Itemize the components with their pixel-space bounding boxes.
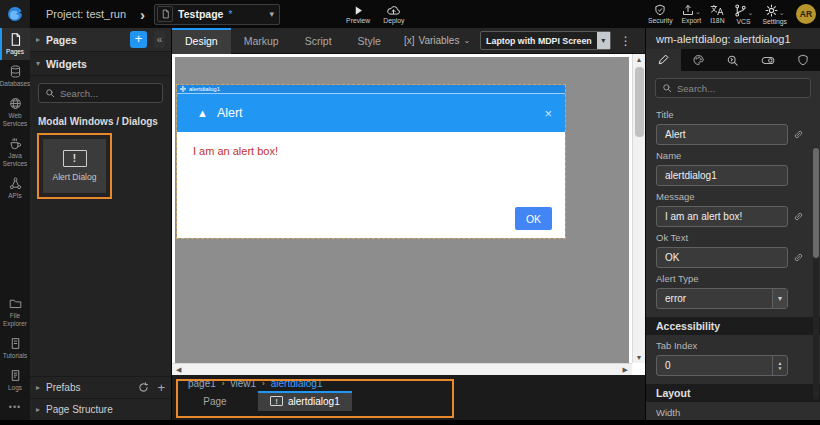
canvas-horizontal-scrollbar[interactable]: ◀ ▶ — [172, 363, 632, 375]
shield-check-icon — [654, 4, 666, 16]
variables-label: Variables — [418, 35, 459, 46]
prefabs-row[interactable]: ▸ Prefabs + — [30, 376, 171, 398]
settings-label: Settings — [762, 18, 787, 25]
properties-search[interactable] — [655, 78, 811, 98]
properties-tab[interactable] — [646, 49, 681, 71]
collapsed-arrow-icon: ▸ — [36, 35, 46, 44]
properties-panel-tabs — [646, 49, 820, 71]
tab-script[interactable]: Script — [292, 28, 345, 54]
alert-dialog-icon: ! — [63, 150, 87, 167]
page-structure-row[interactable]: ▸ Page Structure — [30, 398, 171, 420]
device-tab[interactable] — [750, 49, 785, 71]
canvas-column: Design Markup Script Style [x] Variables… — [172, 28, 645, 420]
rail-item-databases[interactable]: Databases — [0, 60, 30, 92]
security-tab[interactable] — [785, 49, 820, 71]
accessibility-section-header[interactable]: Accessibility — [646, 317, 820, 335]
rail-item-apis[interactable]: APIs — [0, 172, 30, 204]
more-icon[interactable]: ••• — [0, 396, 30, 420]
rail-item-logs[interactable]: Logs — [0, 364, 30, 396]
pages-icon — [9, 33, 22, 46]
properties-scrollbar[interactable] — [813, 148, 819, 400]
bind-link-icon[interactable] — [788, 129, 808, 140]
rail-item-file-explorer[interactable]: File Explorer — [0, 292, 30, 332]
widget-selection-tag[interactable]: alertdialog1 — [177, 85, 565, 94]
pages-header-row[interactable]: ▸ Pages + « — [30, 28, 171, 52]
events-tab[interactable] — [716, 49, 751, 71]
tab-style[interactable]: Style — [345, 28, 394, 54]
rail-spacer — [0, 204, 30, 292]
widget-search-input[interactable] — [60, 88, 156, 99]
export-button[interactable]: ⌄ Export — [682, 4, 702, 24]
stepper-arrows-icon[interactable]: ▲▼ — [772, 356, 787, 375]
palette-icon — [692, 54, 705, 66]
preview-button[interactable]: Preview — [346, 5, 370, 24]
rail-item-java-services[interactable]: Java Services — [0, 132, 30, 172]
canvas-vertical-scrollbar[interactable]: ▲ ▼ — [632, 54, 645, 363]
scrollbar-thumb[interactable] — [635, 67, 644, 137]
page-structure-label: Page Structure — [46, 404, 113, 415]
alert-dialog-preview[interactable]: alertdialog1 ▲ Alert × I am an alert box… — [177, 85, 565, 238]
globe-icon — [9, 97, 22, 110]
i18n-button[interactable]: I18N — [710, 4, 724, 24]
export-label: Export — [682, 17, 702, 24]
page-canvas[interactable]: alertdialog1 ▲ Alert × I am an alert box… — [175, 57, 629, 363]
selection-tag-label: alertdialog1 — [189, 86, 220, 92]
add-prefab-button[interactable]: + — [157, 380, 165, 395]
wavemaker-logo[interactable] — [0, 0, 30, 28]
scroll-left-icon[interactable]: ◀ — [176, 366, 181, 374]
device-selector[interactable]: Laptop with MDPI Screen ▾ — [480, 31, 611, 50]
coffee-icon — [9, 137, 22, 150]
folder-icon — [9, 297, 22, 310]
tab-markup[interactable]: Markup — [231, 28, 292, 54]
page-selector[interactable]: Testpage * ▾ — [154, 4, 280, 25]
chevron-down-icon: ⌄ — [748, 9, 754, 17]
log-file-icon — [9, 369, 22, 382]
add-page-button[interactable]: + — [130, 31, 147, 48]
widget-search[interactable] — [38, 83, 163, 103]
scroll-up-icon[interactable]: ▲ — [636, 54, 643, 65]
alert-dialog-widget[interactable]: ! Alert Dialog — [43, 139, 106, 193]
dialog-header: ▲ Alert × — [177, 94, 565, 132]
tab-design[interactable]: Design — [172, 28, 231, 54]
prefabs-label: Prefabs — [46, 382, 80, 393]
collapse-panel-button[interactable]: « — [154, 31, 165, 48]
alert-type-select[interactable]: error ▾ — [656, 288, 788, 309]
styles-tab[interactable] — [681, 49, 716, 71]
deploy-button[interactable]: Deploy — [383, 5, 404, 24]
widgets-panel-title: Widgets — [46, 58, 87, 70]
refresh-icon[interactable] — [138, 382, 149, 393]
title-field[interactable] — [656, 124, 788, 145]
ok-text-field[interactable] — [656, 247, 788, 268]
security-button[interactable]: Security — [648, 4, 673, 24]
widgets-header-row[interactable]: ▾ Widgets — [30, 52, 171, 76]
close-icon[interactable]: × — [544, 106, 552, 121]
tab-index-field-group: Tab Index 0 ▲▼ — [646, 340, 820, 376]
title-label: Title — [656, 109, 810, 120]
kebab-menu-icon[interactable]: ⋮ — [620, 34, 632, 48]
project-chevron-icon: › — [140, 6, 145, 23]
project-name: Project: test_run — [46, 8, 126, 20]
name-field[interactable] — [656, 165, 788, 186]
settings-button[interactable]: ⌄ Settings — [762, 4, 787, 25]
bind-link-icon[interactable] — [788, 252, 808, 263]
branch-icon — [734, 4, 747, 17]
scroll-right-icon[interactable]: ▶ — [623, 366, 628, 374]
tab-index-stepper[interactable]: 0 ▲▼ — [656, 355, 788, 376]
device-selector-value: Laptop with MDPI Screen — [481, 36, 597, 46]
message-field[interactable] — [656, 206, 788, 227]
variables-button[interactable]: [x] Variables ⌄ — [404, 35, 470, 46]
rail-item-pages[interactable]: Pages — [0, 28, 30, 60]
scroll-down-icon[interactable]: ▼ — [636, 352, 643, 363]
rail-item-tutorials[interactable]: Tutorials — [0, 332, 30, 364]
ok-button[interactable]: OK — [515, 207, 552, 230]
user-avatar[interactable]: AR — [796, 4, 816, 24]
bind-link-icon[interactable] — [788, 211, 808, 222]
rail-item-web-services[interactable]: Web Services — [0, 92, 30, 132]
canvas-bottom-bar: page1 › view1 › alertdialog1 Page ! aler… — [172, 375, 645, 420]
layout-section-header[interactable]: Layout — [646, 384, 820, 402]
tab-index-label: Tab Index — [656, 340, 810, 351]
vcs-button[interactable]: ⌄ VCS — [734, 4, 754, 25]
width-label: Width — [656, 407, 810, 418]
scrollbar-thumb[interactable] — [813, 148, 819, 258]
properties-search-input[interactable] — [677, 83, 804, 94]
